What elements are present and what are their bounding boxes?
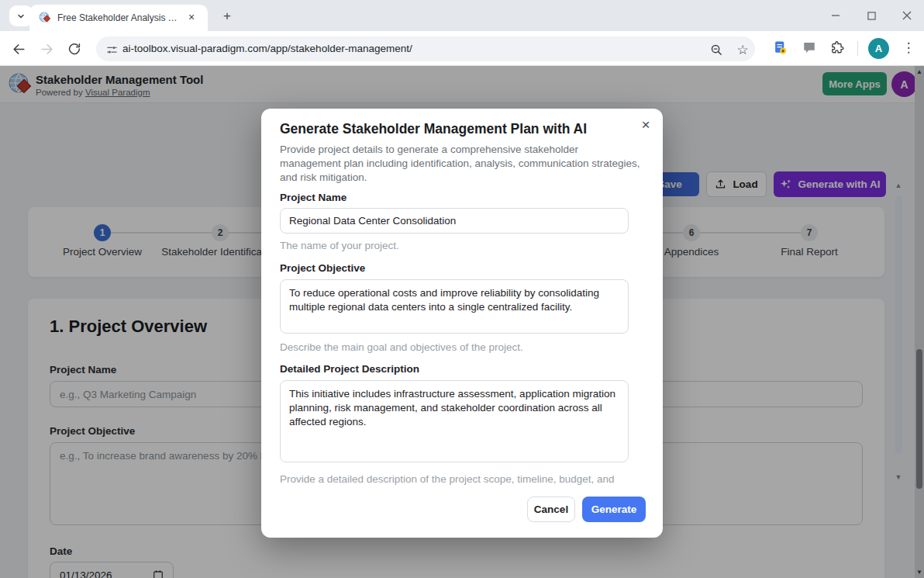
- modal-detailed-description-textarea[interactable]: This initiative includes infrastructure …: [280, 380, 629, 462]
- comment-bubble-icon[interactable]: [802, 40, 817, 55]
- window-minimize-button[interactable]: [824, 6, 847, 25]
- browser-profile-avatar[interactable]: A: [868, 38, 889, 59]
- modal-title: Generate Stakeholder Management Plan wit…: [280, 121, 587, 137]
- window-maximize-button[interactable]: [860, 6, 883, 25]
- back-icon[interactable]: [9, 40, 28, 58]
- screen: Stakeholder Management Tool Powered by V…: [0, 0, 924, 578]
- bookmark-star-icon[interactable]: ☆: [735, 42, 750, 57]
- address-bar[interactable]: ai-toolbox.visual-paradigm.com/app/stake…: [96, 36, 755, 61]
- tab-title: Free Stakeholder Analysis Tool |: [57, 12, 180, 23]
- modal-project-name-label: Project Name: [280, 192, 629, 203]
- modal-scrollbar-thumb[interactable]: [895, 196, 902, 454]
- new-tab-button[interactable]: +: [219, 8, 236, 25]
- modal-form-body: Project Name The name of your project. P…: [280, 177, 629, 489]
- toolbar-divider: [857, 41, 858, 56]
- modal-project-name-input[interactable]: [280, 208, 629, 234]
- cancel-button[interactable]: Cancel: [527, 497, 575, 522]
- modal-project-objective-helper: Describe the main goal and objectives of…: [280, 341, 629, 354]
- generate-button[interactable]: Generate: [582, 497, 646, 522]
- tab-favicon-icon: [39, 12, 51, 24]
- modal-project-objective-label: Project Objective: [280, 262, 629, 274]
- browser-tab-strip: Free Stakeholder Analysis Tool | × +: [0, 0, 924, 31]
- forward-icon[interactable]: [37, 40, 56, 58]
- reload-icon[interactable]: [65, 40, 84, 58]
- window-close-button[interactable]: [895, 6, 919, 25]
- browser-tab[interactable]: Free Stakeholder Analysis Tool | ×: [29, 5, 208, 31]
- tab-close-icon[interactable]: ×: [184, 11, 198, 25]
- modal-detailed-description-helper: Provide a detailed description of the pr…: [280, 472, 629, 489]
- modal-detailed-description-label: Detailed Project Description: [280, 363, 629, 375]
- chevron-down-icon: [16, 12, 26, 21]
- generate-plan-modal: Generate Stakeholder Management Plan wit…: [261, 109, 663, 538]
- modal-scroll-down-icon[interactable]: ▼: [889, 473, 908, 481]
- browser-toolbar: ai-toolbox.visual-paradigm.com/app/stake…: [0, 31, 924, 66]
- modal-scroll-up-icon[interactable]: ▲: [889, 182, 908, 189]
- extensions-icon[interactable]: [829, 40, 845, 55]
- browser-menu-icon[interactable]: ⋮: [899, 39, 918, 57]
- modal-close-icon[interactable]: ×: [636, 115, 656, 135]
- modal-project-name-helper: The name of your project.: [280, 240, 629, 252]
- zoom-out-icon[interactable]: [709, 42, 724, 57]
- modal-project-objective-textarea[interactable]: To reduce operational costs and improve …: [280, 279, 629, 334]
- site-settings-icon[interactable]: [104, 42, 119, 57]
- url-text[interactable]: ai-toolbox.visual-paradigm.com/app/stake…: [122, 43, 412, 54]
- reading-list-icon[interactable]: [772, 40, 788, 55]
